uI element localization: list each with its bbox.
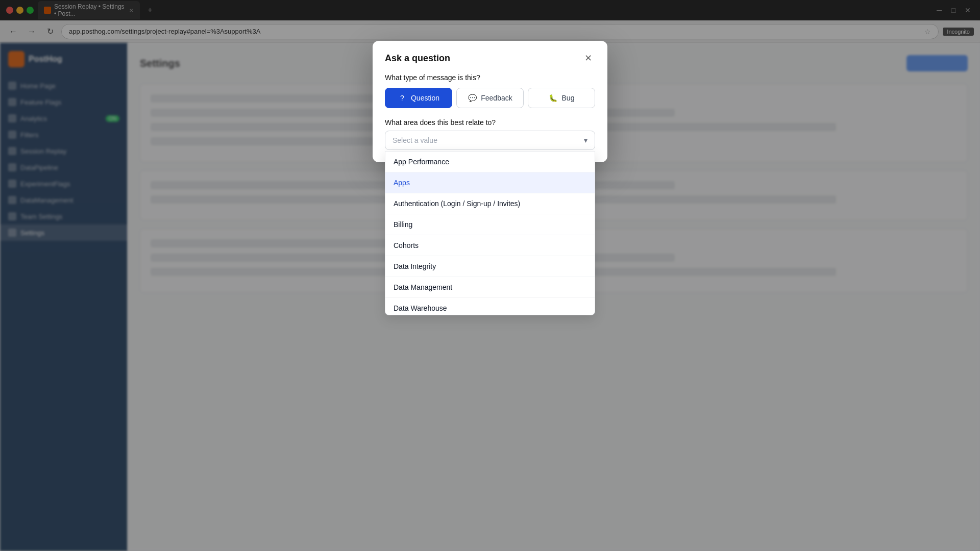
dialog-body: What type of message is this? ? Question… — [373, 73, 607, 162]
type-section-label: What type of message is this? — [385, 73, 595, 82]
ask-question-dialog: Ask a question ✕ What type of message is… — [373, 41, 607, 162]
dropdown-item-data-warehouse[interactable]: Data Warehouse — [385, 298, 595, 315]
dialog-close-btn[interactable]: ✕ — [581, 51, 595, 65]
app-layout: PostHog Home Page Feature Flags Analytic… — [0, 43, 980, 551]
select-container: Select a value ▾ App Performance Apps — [385, 131, 595, 150]
message-type-row: ? Question 💬 Feedback 🐛 Bug — [385, 88, 595, 108]
dropdown-item-app-performance[interactable]: App Performance — [385, 152, 595, 172]
dialog-header: Ask a question ✕ — [373, 41, 607, 73]
modal-overlay: Ask a question ✕ What type of message is… — [0, 0, 980, 551]
bug-icon: 🐛 — [549, 93, 558, 103]
dropdown-item-data-management[interactable]: Data Management — [385, 277, 595, 297]
area-select-field[interactable]: Select a value ▾ — [385, 131, 595, 150]
feedback-btn-label: Feedback — [481, 94, 512, 102]
question-icon: ? — [398, 93, 407, 103]
bug-btn-label: Bug — [562, 94, 575, 102]
question-btn-label: Question — [411, 94, 439, 102]
dropdown-scroll-area[interactable]: App Performance Apps Authentication (Log… — [385, 152, 595, 315]
dropdown-item-cohorts[interactable]: Cohorts — [385, 235, 595, 256]
feedback-icon: 💬 — [468, 93, 477, 103]
area-dropdown: App Performance Apps Authentication (Log… — [385, 151, 595, 315]
feedback-type-btn[interactable]: 💬 Feedback — [456, 88, 524, 108]
dropdown-item-auth[interactable]: Authentication (Login / Sign-up / Invite… — [385, 193, 595, 214]
dropdown-item-billing[interactable]: Billing — [385, 214, 595, 235]
dialog-title: Ask a question — [385, 53, 450, 64]
area-section-label: What area does this best relate to? — [385, 118, 595, 127]
bug-type-btn[interactable]: 🐛 Bug — [528, 88, 595, 108]
chevron-down-icon: ▾ — [584, 136, 587, 144]
dropdown-item-data-integrity[interactable]: Data Integrity — [385, 256, 595, 277]
dropdown-item-apps[interactable]: Apps — [385, 172, 595, 193]
question-type-btn[interactable]: ? Question — [385, 88, 452, 108]
select-placeholder: Select a value — [393, 136, 437, 144]
